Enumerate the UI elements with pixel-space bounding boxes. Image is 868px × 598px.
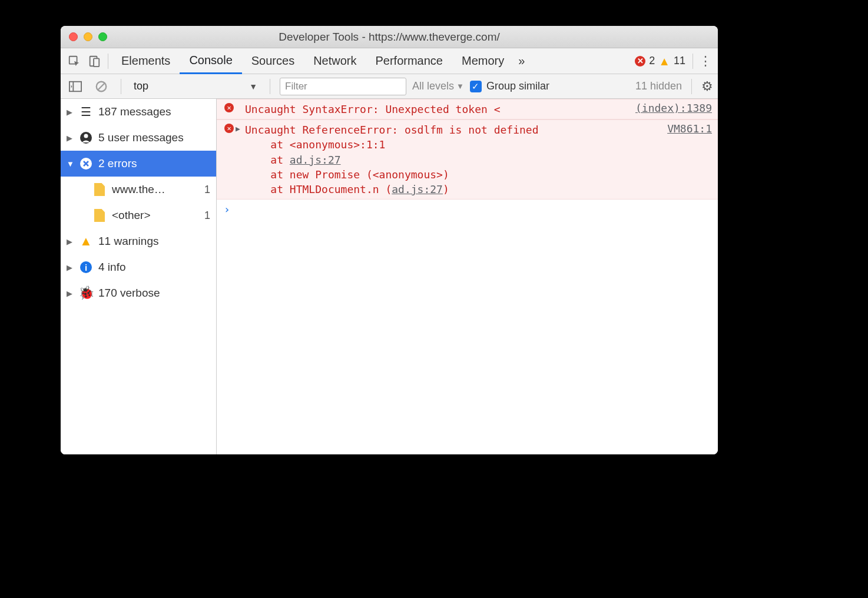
checkbox-checked-icon: ✓ — [470, 81, 482, 92]
console-prompt[interactable]: › — [217, 200, 718, 219]
levels-label: All levels — [412, 80, 454, 92]
disclosure-triangle-icon: ▶ — [67, 108, 74, 117]
tab-sources[interactable]: Sources — [242, 48, 304, 74]
sidebar-item-user-messages[interactable]: ▶ 5 user messages — [61, 125, 216, 151]
console-body: ▶ ☰ 187 messages ▶ 5 user messages ▼ 2 e… — [61, 99, 718, 454]
list-icon: ☰ — [79, 105, 92, 119]
devtools-window: Developer Tools - https://www.theverge.c… — [61, 26, 718, 454]
message-text: Uncaught SyntaxError: Unexpected token < — [245, 102, 635, 117]
inspect-icon[interactable] — [64, 51, 84, 71]
error-icon: ✕ — [635, 56, 645, 67]
verbose-label: 170 verbose — [98, 287, 160, 300]
devtools-tabstrip: Elements Console Sources Network Perform… — [61, 48, 718, 74]
message-source-link[interactable]: (index):1389 — [635, 102, 712, 114]
warning-icon: ▲ — [79, 234, 92, 249]
tab-memory[interactable]: Memory — [452, 48, 513, 74]
error-count: 2 — [649, 55, 655, 67]
console-error-message[interactable]: ✕ Uncaught SyntaxError: Unexpected token… — [217, 99, 718, 119]
window-title: Developer Tools - https://www.theverge.c… — [61, 31, 718, 44]
user-messages-label: 5 user messages — [98, 131, 184, 144]
spacer — [236, 102, 245, 104]
user-icon — [79, 132, 92, 144]
separator — [121, 79, 121, 94]
file-icon — [93, 183, 106, 196]
stack-link[interactable]: ad.js:27 — [290, 154, 341, 166]
filter-input[interactable] — [280, 78, 406, 95]
disclosure-triangle-icon: ▶ — [67, 263, 74, 272]
sidebar-item-errors[interactable]: ▼ 2 errors — [61, 151, 216, 177]
maximize-window-button[interactable] — [98, 32, 107, 41]
chevron-down-icon: ▼ — [456, 82, 464, 91]
disclosure-triangle-icon: ▶ — [67, 134, 74, 142]
tab-performance[interactable]: Performance — [366, 48, 453, 74]
clear-console-icon[interactable] — [91, 77, 111, 97]
disclosure-triangle-icon: ▶ — [67, 237, 74, 246]
separator — [691, 79, 692, 94]
prompt-icon: › — [224, 203, 230, 215]
context-selector[interactable]: top ▼ — [131, 78, 260, 94]
toggle-sidebar-icon[interactable] — [65, 77, 85, 97]
group-similar-label: Group similar — [486, 80, 549, 92]
device-toolbar-icon[interactable] — [84, 51, 104, 71]
console-messages: ✕ Uncaught SyntaxError: Unexpected token… — [217, 99, 718, 454]
svg-line-6 — [98, 83, 105, 89]
tab-console[interactable]: Console — [180, 48, 241, 74]
console-toolbar: top ▼ All levels ▼ ✓ Group similar 11 hi… — [61, 74, 718, 99]
error-icon — [79, 158, 92, 170]
source-count: 1 — [204, 184, 210, 196]
tab-elements[interactable]: Elements — [112, 48, 180, 74]
sidebar-error-source-1[interactable]: www.the… 1 — [61, 177, 216, 202]
chevron-down-icon: ▼ — [249, 82, 257, 91]
tabs-overflow-button[interactable]: » — [513, 48, 529, 74]
window-titlebar: Developer Tools - https://www.theverge.c… — [61, 26, 718, 48]
separator — [270, 79, 270, 94]
tab-network[interactable]: Network — [304, 48, 366, 74]
separator — [693, 54, 693, 69]
group-similar-checkbox[interactable]: ✓ Group similar — [470, 80, 549, 92]
message-text: Uncaught ReferenceError: osdlfm is not d… — [245, 122, 667, 197]
disclosure-triangle-icon[interactable]: ▶ — [236, 122, 245, 133]
info-icon: i — [79, 261, 92, 273]
disclosure-triangle-icon: ▼ — [67, 160, 74, 168]
hidden-count[interactable]: 11 hidden — [635, 80, 682, 92]
warning-icon: ▲ — [658, 55, 670, 67]
log-levels-selector[interactable]: All levels ▼ — [412, 80, 464, 92]
message-source-link[interactable]: VM861:1 — [667, 122, 712, 135]
warning-count: 11 — [674, 55, 685, 67]
info-label: 4 info — [98, 261, 125, 274]
source-count: 1 — [204, 210, 210, 222]
source-label: <other> — [112, 209, 151, 222]
bug-icon: 🐞 — [79, 285, 92, 301]
sidebar-error-source-2[interactable]: <other> 1 — [61, 202, 216, 228]
sidebar-item-verbose[interactable]: ▶ 🐞 170 verbose — [61, 280, 216, 306]
svg-point-8 — [84, 134, 88, 138]
settings-gear-icon[interactable]: ⚙ — [701, 79, 713, 94]
source-label: www.the… — [112, 183, 165, 196]
error-icon: ✕ — [223, 122, 236, 133]
messages-label: 187 messages — [98, 105, 171, 118]
context-value: top — [134, 80, 148, 92]
traffic-lights — [61, 32, 107, 41]
warnings-label: 11 warnings — [98, 235, 158, 248]
stack-link[interactable]: ad.js:27 — [392, 183, 443, 195]
disclosure-triangle-icon: ▶ — [67, 289, 74, 298]
status-badges[interactable]: ✕ 2 ▲ 11 — [631, 55, 689, 67]
console-sidebar: ▶ ☰ 187 messages ▶ 5 user messages ▼ 2 e… — [61, 99, 217, 454]
file-icon — [93, 209, 106, 222]
sidebar-item-messages[interactable]: ▶ ☰ 187 messages — [61, 99, 216, 125]
close-window-button[interactable] — [69, 32, 78, 41]
svg-rect-2 — [94, 58, 99, 67]
console-error-message[interactable]: ✕ ▶ Uncaught ReferenceError: osdlfm is n… — [217, 119, 718, 200]
error-icon: ✕ — [223, 102, 236, 112]
separator — [108, 54, 108, 69]
errors-label: 2 errors — [98, 157, 137, 170]
minimize-window-button[interactable] — [84, 32, 92, 41]
sidebar-item-info[interactable]: ▶ i 4 info — [61, 254, 216, 280]
more-menu-icon[interactable]: ⋮ — [697, 54, 714, 69]
sidebar-item-warnings[interactable]: ▶ ▲ 11 warnings — [61, 228, 216, 254]
